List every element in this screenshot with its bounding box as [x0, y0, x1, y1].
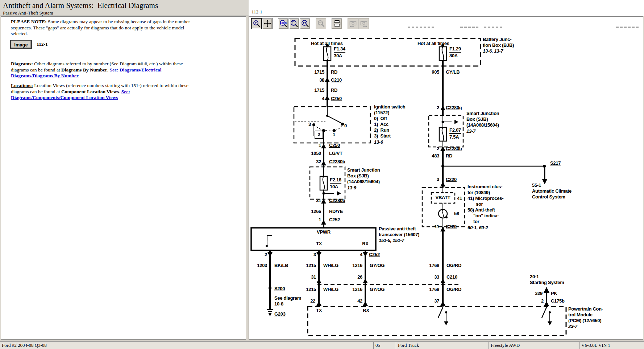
image-button[interactable]: Image	[10, 40, 32, 49]
toolbar-button-pan[interactable]	[262, 18, 273, 29]
header-bar: Antitheft and Alarm Systems: Electrical …	[0, 0, 249, 16]
toolbar-button-zoom-in[interactable]	[251, 18, 262, 29]
toolbar-button-print[interactable]	[332, 18, 342, 29]
info-panel: PLEASE NOTE: Some diagrams may appear to…	[1, 16, 246, 340]
link[interactable]: Diagrams/Diagrams By Number	[11, 73, 79, 78]
please-note-paragraph: PLEASE NOTE: Some diagrams may appear to…	[11, 19, 205, 37]
link[interactable]: See:	[121, 89, 130, 94]
status-cell-3: Freestyle AWD	[489, 342, 579, 349]
status-cell-2: Ford Truck	[396, 342, 489, 349]
toolbar-button-photo-next	[358, 18, 369, 29]
page-subtitle: Passive Anti-Theft System	[3, 10, 53, 16]
diagram-page-ref: 112-1	[252, 9, 262, 15]
svg-text:100%: 100%	[280, 21, 287, 25]
toolbar-button-fit-page[interactable]	[289, 18, 299, 29]
status-bar: Ford #2 2004-08 Q3-0805Ford TruckFreesty…	[0, 341, 644, 349]
page-title: Antitheft and Alarm Systems: Electrical …	[3, 1, 158, 10]
link[interactable]: See: Diagrams/Electrical	[110, 67, 162, 73]
status-cell-4: V6-3.0L VIN 1	[579, 342, 644, 349]
toolbar-button-zoom-out	[316, 18, 326, 29]
toolbar-button-fit-width[interactable]	[300, 18, 310, 29]
toolbar-button-zoom-100[interactable]: 100%	[278, 18, 288, 29]
locations-paragraph: Locations: Location Views (reference num…	[11, 83, 205, 101]
status-cell-0: Ford #2 2004-08 Q3-08	[0, 342, 373, 349]
link[interactable]: Diagrams/Components/Component Location V…	[11, 95, 118, 100]
image-ref-label: 112-1	[37, 41, 48, 47]
diagram-panel: 100%	[249, 16, 643, 340]
status-cell-1: 05	[373, 342, 396, 349]
diagrams-paragraph: Diagrams: Other diagrams referred to by …	[11, 61, 205, 79]
toolbar-button-photo-prev	[348, 18, 358, 29]
diagram-header: 112-1	[249, 0, 644, 16]
